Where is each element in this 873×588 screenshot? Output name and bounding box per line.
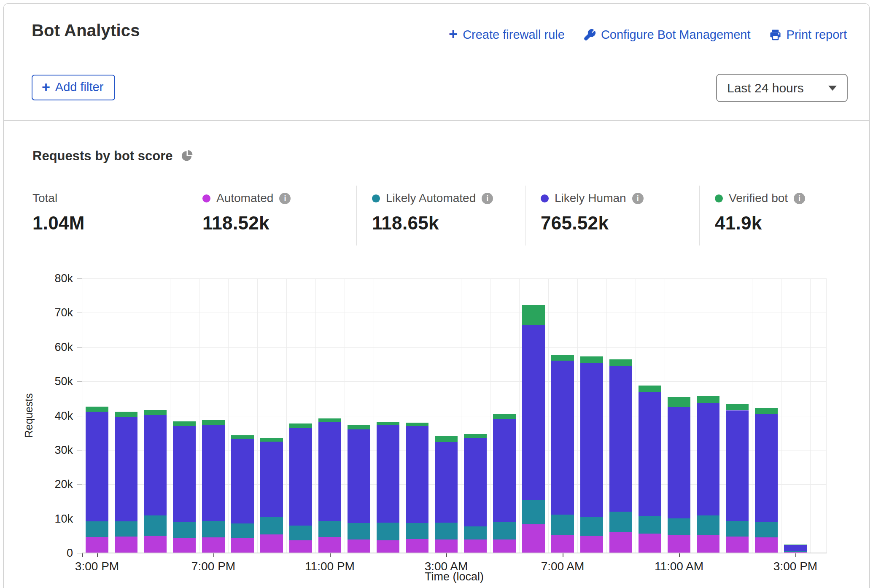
x-tick-label: 11:00 PM (305, 560, 355, 573)
y-tick-label: 80k (54, 272, 73, 285)
info-icon[interactable]: i (632, 193, 644, 204)
bar-segment-automated (144, 536, 167, 553)
bar (173, 278, 196, 553)
bar-segment-likely-human (348, 429, 370, 523)
bar (318, 278, 341, 553)
bar (86, 278, 108, 553)
bar-segment-automated (464, 539, 487, 553)
bot-analytics-page: Bot Analytics + Create firewall rule Con… (0, 0, 873, 588)
header-divider (4, 120, 869, 121)
bar (406, 278, 428, 553)
configure-bot-management-label: Configure Bot Management (601, 28, 751, 42)
x-tick-label: 7:00 PM (191, 560, 235, 573)
bar-segment-likely-automated (551, 515, 574, 535)
bar-segment-verified-bot (464, 434, 487, 438)
configure-bot-management-link[interactable]: Configure Bot Management (583, 28, 751, 42)
print-report-link[interactable]: Print report (769, 28, 847, 42)
bar (464, 278, 487, 553)
bar-segment-automated (173, 538, 196, 553)
bar-segment-automated (406, 539, 428, 553)
info-icon[interactable]: i (482, 193, 493, 204)
y-tick-label: 60k (54, 340, 73, 353)
bar-segment-likely-automated (260, 517, 283, 534)
info-icon[interactable]: i (794, 193, 805, 204)
y-tick (77, 278, 82, 279)
bar-segment-verified-bot (784, 545, 807, 545)
bar-segment-likely-automated (377, 523, 399, 540)
bar-segment-verified-bot (406, 423, 428, 426)
bar (784, 278, 807, 553)
bar-segment-likely-human (173, 426, 196, 522)
bar-segment-verified-bot (86, 407, 108, 411)
stat-likely-human: Likely Human i 765.52k (525, 186, 699, 245)
add-filter-label: Add filter (55, 80, 103, 94)
stat-value: 1.04M (32, 213, 187, 234)
pie-chart-icon (180, 149, 193, 164)
header-actions: + Create firewall rule Configure Bot Man… (449, 28, 847, 42)
add-filter-button[interactable]: + Add filter (32, 75, 115, 100)
bar-segment-likely-human (580, 363, 603, 517)
bar-segment-likely-human (697, 403, 719, 515)
bar (493, 278, 516, 553)
bar-segment-verified-bot (318, 418, 341, 422)
y-tick-label: 20k (54, 478, 73, 491)
verified-bot-legend-dot (715, 194, 723, 202)
bar-segment-likely-automated (726, 521, 749, 537)
bar-segment-likely-human (464, 438, 487, 527)
bar (144, 278, 167, 553)
info-icon[interactable]: i (279, 193, 291, 204)
time-range-dropdown[interactable]: Last 24 hours (716, 74, 848, 102)
plus-icon: + (42, 82, 50, 92)
bar-segment-verified-bot (755, 408, 778, 414)
bar-segment-verified-bot (493, 414, 516, 418)
bar-segment-automated (493, 539, 516, 553)
bar-segment-likely-human (784, 545, 807, 551)
bar (609, 278, 632, 553)
create-firewall-rule-link[interactable]: + Create firewall rule (449, 28, 565, 42)
bar-segment-likely-automated (609, 512, 632, 532)
stat-value: 118.52k (202, 213, 356, 234)
section-title-row: Requests by bot score (32, 148, 193, 164)
bar-segment-verified-bot (377, 422, 399, 425)
stat-label: Likely Human (555, 192, 626, 205)
bar-segment-likely-human (435, 442, 458, 522)
bar-segment-likely-automated (435, 523, 458, 540)
bar-segment-likely-automated (580, 517, 603, 536)
bar-segment-likely-human (522, 325, 545, 500)
bar-segment-automated (551, 535, 574, 553)
bar-segment-likely-automated (202, 521, 225, 537)
bar-segment-likely-automated (289, 526, 312, 540)
chevron-down-icon (828, 86, 837, 91)
bar-segment-verified-bot (522, 305, 545, 325)
x-axis-title: Time (local) (425, 570, 484, 583)
plus-icon: + (449, 30, 458, 38)
bar-segment-likely-human (755, 414, 778, 522)
bar-segment-likely-human (231, 439, 254, 523)
bar-segment-automated (580, 536, 603, 553)
bar-segment-automated (639, 534, 661, 553)
bar-segment-verified-bot (668, 397, 690, 407)
bar-segment-automated (115, 537, 137, 553)
bar (435, 278, 458, 553)
y-tick (77, 450, 82, 450)
bar-segment-likely-automated (86, 521, 108, 537)
bar-segment-likely-human (551, 361, 574, 515)
stat-value: 118.65k (372, 213, 525, 234)
stat-label: Automated (216, 192, 273, 205)
bar (755, 278, 778, 553)
bar (639, 278, 661, 553)
bar-segment-likely-human (260, 442, 283, 517)
y-tick-label: 70k (54, 306, 73, 319)
bar-segment-verified-bot (580, 356, 603, 363)
requests-by-bot-score-chart: 010k20k30k40k50k60k70k80k3:00 PM7:00 PM1… (82, 278, 827, 553)
bar (551, 278, 574, 553)
bar (231, 278, 254, 553)
bar-segment-verified-bot (289, 423, 312, 428)
y-tick (77, 484, 82, 485)
x-tick (330, 553, 331, 557)
bar-segment-automated (377, 540, 399, 553)
bar-segment-likely-human (377, 425, 399, 522)
bar-segment-likely-automated (639, 516, 661, 534)
x-axis-line (82, 553, 827, 553)
wrench-icon (583, 29, 596, 41)
